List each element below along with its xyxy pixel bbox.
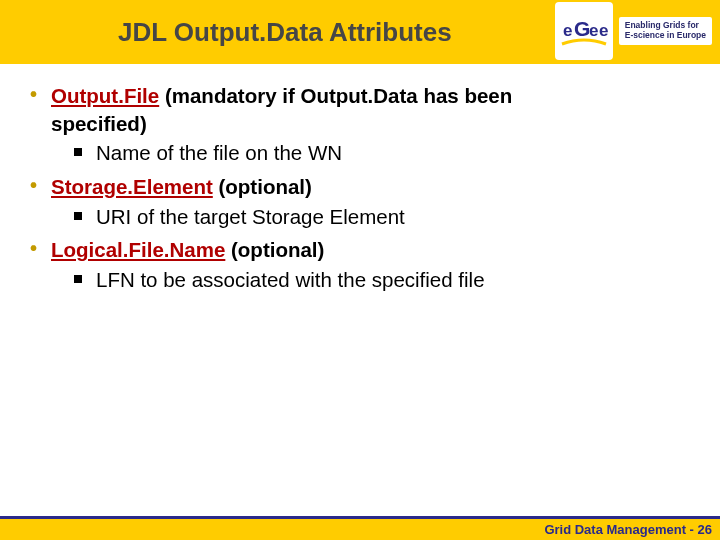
sub-bullet-item: Name of the file on the WN: [74, 139, 690, 167]
attr-qualifier: (mandatory if Output.Data has been: [159, 84, 512, 107]
attr-qualifier-wrap: specified): [51, 112, 147, 135]
bullet-item: • Logical.File.Name (optional): [30, 236, 690, 264]
attr-name: Logical.File.Name: [51, 238, 225, 261]
bullet-icon: •: [30, 173, 37, 197]
attr-name: Output.File: [51, 84, 159, 107]
bullet-text: Logical.File.Name (optional): [51, 236, 690, 264]
sub-bullet-item: URI of the target Storage Element: [74, 203, 690, 231]
slide-title: JDL Output.Data Attributes: [118, 17, 452, 48]
bullet-item: • Output.File (mandatory if Output.Data …: [30, 82, 690, 137]
svg-text:e: e: [589, 21, 598, 40]
logo-tagline-line2: E-science in Europe: [625, 30, 706, 40]
attr-name: Storage.Element: [51, 175, 213, 198]
bullet-text: Output.File (mandatory if Output.Data ha…: [51, 82, 690, 137]
footer-text: Grid Data Management - 26: [544, 522, 712, 537]
slide-content: • Output.File (mandatory if Output.Data …: [0, 64, 720, 294]
bullet-icon: •: [30, 236, 37, 260]
egee-logo-icon: e G e e: [559, 6, 609, 56]
attr-qualifier: (optional): [225, 238, 324, 261]
sub-bullet-icon: [74, 275, 82, 283]
egee-logo: e G e e Enabling Grids for E-science in …: [555, 2, 712, 60]
sub-bullet-item: LFN to be associated with the specified …: [74, 266, 690, 294]
svg-text:e: e: [599, 21, 608, 40]
slide-footer: Grid Data Management - 26: [0, 516, 720, 540]
svg-text:G: G: [574, 17, 590, 40]
bullet-item: • Storage.Element (optional): [30, 173, 690, 201]
egee-logo-mark: e G e e: [555, 2, 613, 60]
sub-bullet-text: Name of the file on the WN: [96, 139, 342, 167]
egee-logo-tagline: Enabling Grids for E-science in Europe: [619, 17, 712, 45]
bullet-icon: •: [30, 82, 37, 106]
sub-bullet-icon: [74, 212, 82, 220]
svg-text:e: e: [563, 21, 572, 40]
slide-header: JDL Output.Data Attributes e G e e Enabl…: [0, 0, 720, 64]
attr-qualifier: (optional): [213, 175, 312, 198]
sub-bullet-text: LFN to be associated with the specified …: [96, 266, 485, 294]
sub-bullet-icon: [74, 148, 82, 156]
bullet-text: Storage.Element (optional): [51, 173, 690, 201]
sub-bullet-text: URI of the target Storage Element: [96, 203, 405, 231]
logo-tagline-line1: Enabling Grids for: [625, 20, 699, 30]
